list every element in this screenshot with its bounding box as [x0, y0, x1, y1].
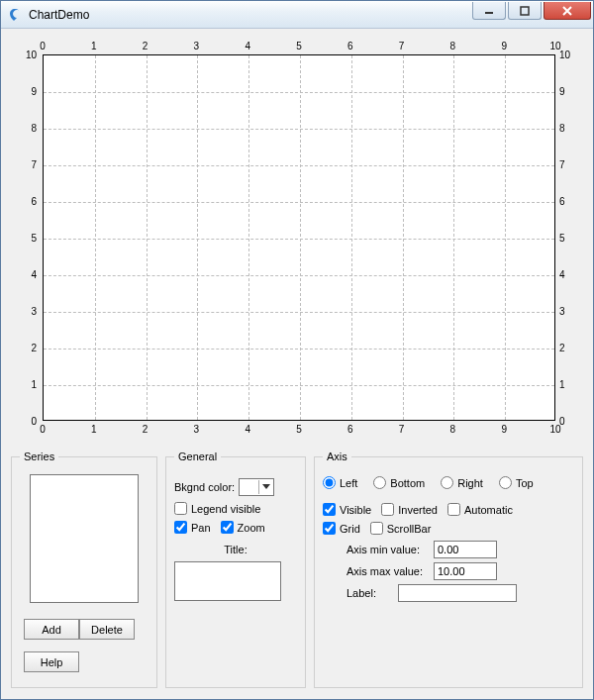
- tick-label: 0: [559, 416, 565, 427]
- axis-max-input[interactable]: [434, 562, 497, 580]
- tick-label: 1: [91, 424, 97, 435]
- tick-label: 10: [559, 50, 570, 60]
- tick-label: 3: [31, 306, 37, 317]
- zoom-label: Zoom: [238, 522, 265, 534]
- tick-label: 2: [143, 424, 148, 435]
- legend-visible-checkbox[interactable]: Legend visible: [174, 502, 260, 515]
- chart[interactable]: 0123456789100123456789100123456789100123…: [11, 37, 583, 439]
- tick-label: 9: [501, 41, 507, 51]
- tick-label: 4: [245, 41, 250, 51]
- axis-right-radio[interactable]: Right: [441, 476, 483, 489]
- axis-min-input[interactable]: [434, 541, 497, 558]
- tick-label: 0: [40, 424, 46, 435]
- axis-grid-checkbox[interactable]: Grid: [323, 522, 360, 535]
- tick-label: 8: [450, 424, 456, 435]
- app-window: ChartDemo 012345678910012345678910012345…: [0, 0, 594, 700]
- general-legend: General: [174, 450, 221, 462]
- tick-label: 8: [450, 41, 456, 51]
- axis-group: Axis Left Bottom Right Top Visible Inver…: [314, 450, 583, 688]
- tick-label: 9: [501, 424, 507, 435]
- tick-label: 1: [91, 41, 97, 51]
- axis-visible-checkbox[interactable]: Visible: [323, 503, 371, 516]
- tick-label: 7: [399, 424, 405, 435]
- series-legend: Series: [20, 450, 58, 462]
- axis-max-label: Axis max value:: [346, 565, 434, 577]
- tick-label: 9: [31, 86, 37, 97]
- tick-label: 4: [245, 424, 250, 435]
- app-icon: [7, 7, 23, 23]
- dropdown-arrow-icon: [258, 480, 272, 494]
- pan-checkbox[interactable]: Pan: [174, 521, 211, 534]
- client-area: 0123456789100123456789100123456789100123…: [1, 29, 593, 699]
- axis-top-radio[interactable]: Top: [499, 476, 534, 489]
- plot-area[interactable]: [43, 54, 555, 421]
- pan-label: Pan: [191, 522, 211, 534]
- axis-scrollbar-checkbox[interactable]: ScrollBar: [370, 522, 432, 535]
- tick-label: 8: [559, 123, 565, 134]
- tick-label: 10: [26, 50, 37, 60]
- zoom-checkbox[interactable]: Zoom: [221, 521, 265, 534]
- tick-label: 5: [559, 233, 565, 244]
- tick-label: 6: [559, 196, 565, 207]
- tick-label: 6: [31, 196, 37, 207]
- series-buttons: Add Delete Help: [24, 613, 148, 678]
- title-label: Title:: [224, 544, 247, 555]
- tick-label: 5: [31, 233, 37, 244]
- bkgnd-color-label: Bkgnd color:: [174, 481, 235, 493]
- tick-label: 1: [559, 379, 565, 390]
- tick-label: 5: [296, 424, 302, 435]
- add-button[interactable]: Add: [24, 619, 79, 640]
- tick-label: 7: [31, 159, 37, 170]
- tick-label: 7: [559, 159, 565, 170]
- tick-label: 9: [559, 86, 565, 97]
- tick-label: 2: [31, 343, 37, 353]
- axis-bottom-radio[interactable]: Bottom: [373, 476, 425, 489]
- axis-left-radio[interactable]: Left: [323, 476, 357, 489]
- tick-label: 2: [143, 41, 148, 51]
- axis-radio-row: Left Bottom Right Top: [323, 476, 574, 489]
- help-button[interactable]: Help: [24, 651, 79, 672]
- svg-rect-1: [521, 7, 529, 15]
- close-button[interactable]: [544, 2, 591, 20]
- tick-label: 3: [559, 306, 565, 317]
- tick-label: 6: [347, 41, 353, 51]
- series-group: Series Add Delete Help: [11, 450, 157, 688]
- titlebar[interactable]: ChartDemo: [1, 1, 593, 29]
- axis-inverted-checkbox[interactable]: Inverted: [381, 503, 438, 516]
- chart-container: 0123456789100123456789100123456789100123…: [11, 37, 583, 439]
- axis-legend: Axis: [323, 450, 351, 462]
- title-input[interactable]: [174, 561, 281, 601]
- panels-row: Series Add Delete Help General Bkgnd col…: [11, 450, 583, 688]
- tick-label: 5: [296, 41, 302, 51]
- window-controls: [472, 1, 593, 20]
- axis-automatic-checkbox[interactable]: Automatic: [447, 503, 513, 516]
- tick-label: 4: [559, 269, 565, 280]
- tick-label: 0: [40, 41, 46, 51]
- tick-label: 3: [194, 41, 200, 51]
- legend-visible-label: Legend visible: [191, 503, 260, 515]
- maximize-button[interactable]: [508, 2, 542, 20]
- general-group: General Bkgnd color: Legend visible: [165, 450, 306, 688]
- tick-label: 8: [31, 123, 37, 134]
- axis-label-input[interactable]: [398, 584, 517, 602]
- bkgnd-color-combo[interactable]: [239, 478, 274, 496]
- tick-label: 4: [31, 269, 37, 280]
- tick-label: 0: [31, 416, 37, 427]
- tick-label: 7: [399, 41, 405, 51]
- axis-label-label: Label:: [346, 587, 398, 599]
- axis-min-label: Axis min value:: [346, 544, 434, 555]
- delete-button[interactable]: Delete: [79, 619, 135, 640]
- tick-label: 2: [559, 343, 565, 353]
- tick-label: 3: [194, 424, 200, 435]
- series-listbox[interactable]: [30, 474, 139, 603]
- minimize-button[interactable]: [472, 2, 506, 20]
- tick-label: 6: [347, 424, 353, 435]
- tick-label: 1: [31, 379, 37, 390]
